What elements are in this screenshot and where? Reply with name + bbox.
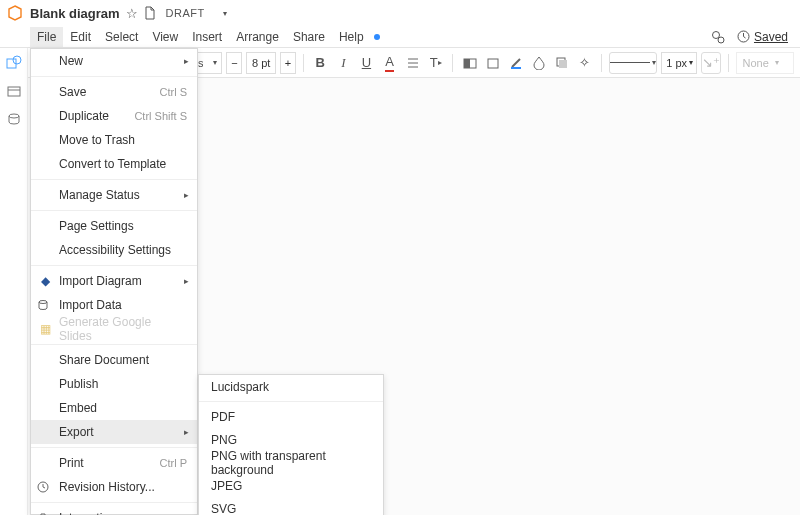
document-title[interactable]: Blank diagram <box>30 6 120 21</box>
line-style-icon[interactable]: ▾ <box>609 52 657 74</box>
file-generate-google-slides: ▦ Generate Google Slides <box>31 317 197 341</box>
opacity-icon[interactable] <box>529 52 548 74</box>
file-import-data[interactable]: Import Data <box>31 293 197 317</box>
file-move-to-trash[interactable]: Move to Trash <box>31 128 197 152</box>
text-options-icon[interactable]: T▸ <box>426 52 445 74</box>
svg-rect-11 <box>559 60 567 68</box>
text-color-icon[interactable]: A <box>380 52 399 74</box>
bold-icon[interactable]: B <box>311 52 330 74</box>
menu-insert[interactable]: Insert <box>185 27 229 47</box>
notification-dot-icon <box>374 34 380 40</box>
visio-icon: ◆ <box>37 274 53 288</box>
svg-point-2 <box>718 37 724 43</box>
border-color-icon[interactable] <box>483 52 502 74</box>
status-dropdown-caret[interactable]: ▾ <box>211 9 227 18</box>
title-bar: Blank diagram ☆ DRAFT ▾ <box>0 0 800 26</box>
svg-point-16 <box>9 114 19 118</box>
menu-help[interactable]: Help <box>332 27 371 47</box>
file-print[interactable]: PrintCtrl P <box>31 451 197 475</box>
line-color-icon[interactable] <box>506 52 525 74</box>
svg-rect-8 <box>488 59 498 68</box>
export-submenu: Lucidspark PDF PNG PNG with transparent … <box>198 374 384 515</box>
file-page-settings[interactable]: Page Settings <box>31 214 197 238</box>
fill-color-icon[interactable] <box>460 52 479 74</box>
menu-file[interactable]: File <box>30 27 63 47</box>
file-integrations[interactable]: Integrations <box>31 506 197 515</box>
shape-fill-select[interactable]: None▾ <box>736 52 794 74</box>
file-save[interactable]: SaveCtrl S <box>31 80 197 104</box>
history-icon <box>37 481 53 493</box>
underline-icon[interactable]: U <box>357 52 376 74</box>
file-manage-status[interactable]: Manage Status▸ <box>31 183 197 207</box>
file-export[interactable]: Export▸ <box>31 420 197 444</box>
left-rail <box>0 48 28 515</box>
menu-select[interactable]: Select <box>98 27 145 47</box>
saved-label: Saved <box>754 30 788 44</box>
arrow-style-icon[interactable]: ↘⁺ <box>701 52 721 74</box>
menu-view[interactable]: View <box>145 27 185 47</box>
svg-marker-0 <box>9 6 21 20</box>
italic-icon[interactable]: I <box>334 52 353 74</box>
file-convert-to-template[interactable]: Convert to Template <box>31 152 197 176</box>
google-slides-icon: ▦ <box>37 322 53 336</box>
file-publish[interactable]: Publish <box>31 372 197 396</box>
database-icon <box>37 299 53 311</box>
svg-rect-14 <box>8 87 20 96</box>
file-revision-history[interactable]: Revision History... <box>31 475 197 499</box>
font-size-increase[interactable]: + <box>280 52 296 74</box>
font-size-decrease[interactable]: − <box>226 52 242 74</box>
menu-edit[interactable]: Edit <box>63 27 98 47</box>
clock-icon <box>737 30 750 43</box>
file-import-diagram[interactable]: ◆ Import Diagram▸ <box>31 269 197 293</box>
file-duplicate[interactable]: DuplicateCtrl Shift S <box>31 104 197 128</box>
data-tool-icon[interactable] <box>5 110 23 128</box>
file-embed[interactable]: Embed <box>31 396 197 420</box>
shadow-icon[interactable] <box>552 52 571 74</box>
page-icon[interactable] <box>144 6 156 20</box>
menu-arrange[interactable]: Arrange <box>229 27 286 47</box>
export-jpeg[interactable]: JPEG <box>199 474 383 497</box>
export-svg[interactable]: SVG <box>199 497 383 515</box>
search-icon[interactable] <box>711 30 725 44</box>
menu-bar: File Edit Select View Insert Arrange Sha… <box>0 26 800 48</box>
saved-indicator[interactable]: Saved <box>737 30 788 44</box>
container-tool-icon[interactable] <box>5 82 23 100</box>
font-size-input[interactable]: 8 pt <box>246 52 276 74</box>
file-menu-dropdown: New▸ SaveCtrl S DuplicateCtrl Shift S Mo… <box>30 48 198 515</box>
svg-point-17 <box>39 301 47 304</box>
svg-point-13 <box>13 56 21 64</box>
draft-status[interactable]: DRAFT <box>166 7 205 19</box>
effects-icon[interactable]: ✧ <box>575 52 594 74</box>
line-width-select[interactable]: 1 px▾ <box>661 52 696 74</box>
file-accessibility-settings[interactable]: Accessibility Settings <box>31 238 197 262</box>
file-share-document[interactable]: Share Document <box>31 348 197 372</box>
export-pdf[interactable]: PDF <box>199 405 383 428</box>
export-png-transparent[interactable]: PNG with transparent background <box>199 451 383 474</box>
shapes-tool-icon[interactable] <box>5 54 23 72</box>
svg-rect-7 <box>464 59 470 68</box>
export-lucidspark[interactable]: Lucidspark <box>199 375 383 398</box>
svg-point-1 <box>712 31 719 38</box>
menu-share[interactable]: Share <box>286 27 332 47</box>
star-icon[interactable]: ☆ <box>126 6 138 21</box>
file-new[interactable]: New▸ <box>31 49 197 73</box>
align-icon[interactable] <box>403 52 422 74</box>
svg-rect-9 <box>511 67 521 69</box>
app-logo-icon <box>6 4 24 22</box>
